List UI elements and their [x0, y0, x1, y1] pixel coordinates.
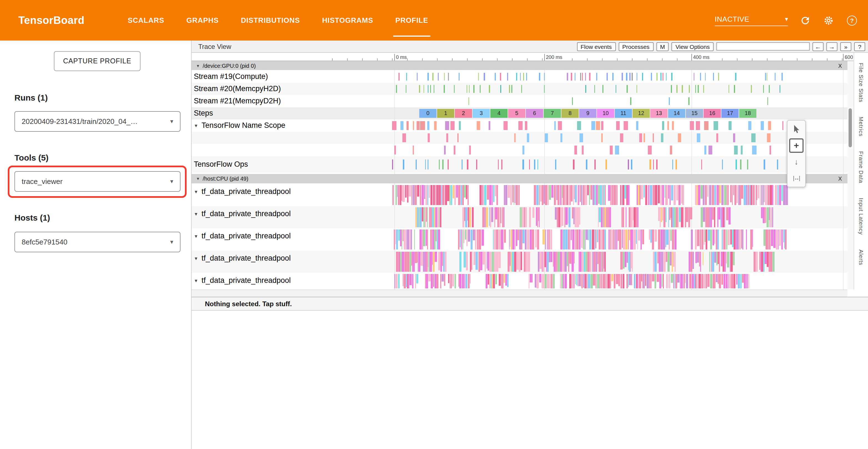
ruler-tick-200ms: 200 ms	[544, 54, 562, 61]
horizontal-scrollbar[interactable]	[192, 290, 847, 297]
select-tool-button[interactable]	[789, 122, 804, 137]
status-value: INACTIVE	[715, 15, 749, 23]
track-label: tf_data_private_threadpool	[202, 232, 291, 240]
find-previous-button[interactable]: ←	[812, 42, 824, 51]
collapse-arrow-icon[interactable]: ▼	[194, 234, 198, 239]
tab-alerts[interactable]: Alerts	[858, 249, 864, 265]
cpu-section-title: /host:CPU (pid 49)	[203, 176, 249, 182]
tab-scalars[interactable]: SCALARS	[128, 0, 164, 40]
step-block[interactable]: 11	[615, 109, 632, 118]
timing-icon: |↔|	[793, 175, 800, 181]
step-block[interactable]: 13	[650, 109, 668, 118]
step-block[interactable]: 8	[561, 109, 579, 118]
trace-viewer-panel: Trace View Flow events Processes M View …	[192, 40, 868, 449]
collapse-arrow-icon[interactable]: ▼	[196, 177, 200, 181]
hosts-label: Hosts (1)	[14, 213, 50, 222]
collapse-arrow-icon[interactable]: ▼	[194, 278, 198, 283]
trace-search-input[interactable]	[716, 42, 810, 51]
timing-tool-button[interactable]: |↔|	[789, 171, 804, 185]
runs-dropdown[interactable]: 20200409-231431/train/2020_04_… ▾	[14, 111, 181, 132]
step-block[interactable]: 16	[704, 109, 721, 118]
collapse-arrow-icon[interactable]: ▼	[194, 189, 198, 194]
gpu-section-header[interactable]: ▼ /device:GPU:0 (pid 0) X	[192, 61, 847, 70]
track-label: Stream #21(MemcpyD2H)	[194, 95, 281, 107]
step-block[interactable]: 18	[739, 109, 756, 118]
pan-tool-button[interactable]: ↓	[789, 154, 804, 169]
track-label: TensorFlow Name Scope	[202, 121, 285, 129]
profile-sidebar: CAPTURE PROFILE Runs (1) 20200409-231431…	[0, 40, 192, 449]
tab-histograms[interactable]: HISTOGRAMS	[322, 0, 373, 40]
timeline-ruler[interactable]: 0 ms 200 ms 400 ms 600	[192, 53, 868, 61]
step-block[interactable]: 17	[721, 109, 739, 118]
find-next-button[interactable]: →	[826, 42, 837, 51]
settings-button[interactable]	[823, 14, 835, 26]
help-button[interactable]: ?	[846, 14, 858, 26]
tab-distributions[interactable]: DISTRIBUTIONS	[241, 0, 300, 40]
status-dropdown[interactable]: INACTIVE ▾	[715, 15, 788, 26]
capture-profile-button[interactable]: CAPTURE PROFILE	[54, 51, 141, 71]
track-label: tf_data_private_threadpool	[202, 209, 291, 218]
refresh-icon	[800, 15, 811, 26]
step-block[interactable]: 6	[526, 109, 543, 118]
step-block[interactable]: 3	[473, 109, 490, 118]
skip-button[interactable]: »	[840, 42, 851, 51]
step-block[interactable]: 12	[632, 109, 650, 118]
track-label: tf_data_private_threadpool	[202, 254, 291, 262]
zoom-tool-button[interactable]: +	[789, 138, 804, 153]
tools-selected-value: trace_viewer	[22, 177, 62, 186]
track-label: Stream #20(MemcpyH2D)	[194, 83, 281, 95]
track-label: tf_data_private_threadpool	[202, 276, 291, 285]
gear-icon	[823, 15, 834, 26]
runs-selected-value: 20200409-231431/train/2020_04_…	[22, 117, 138, 126]
tab-profile[interactable]: PROFILE	[395, 0, 428, 40]
trace-view-toolbar: Trace View Flow events Processes M View …	[192, 40, 868, 53]
tab-graphs[interactable]: GRAPHS	[186, 0, 219, 40]
tab-metrics[interactable]: Metrics	[858, 117, 864, 137]
tools-dropdown[interactable]: trace_viewer ▾	[14, 171, 181, 192]
step-block[interactable]: 7	[544, 109, 561, 118]
step-block[interactable]: 15	[686, 109, 703, 118]
collapse-arrow-icon[interactable]: ▼	[194, 256, 198, 261]
collapse-arrow-icon[interactable]: ▼	[194, 123, 198, 128]
runs-label: Runs (1)	[14, 93, 48, 102]
step-block[interactable]: 9	[579, 109, 596, 118]
collapse-arrow-icon[interactable]: ▼	[194, 212, 198, 217]
hosts-dropdown[interactable]: 8efc5e791540 ▾	[14, 232, 181, 252]
view-options-button[interactable]: View Options	[672, 42, 714, 51]
hosts-selected-value: 8efc5e791540	[22, 238, 67, 246]
gpu-close-button[interactable]: X	[838, 62, 843, 69]
step-block[interactable]: 5	[508, 109, 525, 118]
flow-events-button[interactable]: Flow events	[577, 42, 616, 51]
selection-status-bar: Nothing selected. Tap stuff.	[192, 297, 868, 311]
scrollbar-thumb[interactable]	[848, 108, 852, 147]
tab-input-latency[interactable]: Input Latency	[858, 198, 864, 235]
vertical-scrollbar[interactable]	[847, 61, 854, 290]
step-block[interactable]: 2	[455, 109, 472, 118]
analysis-side-tabs: File Size Stats Metrics Frame Data Input…	[854, 53, 868, 290]
track-label: Stream #19(Compute)	[194, 70, 268, 83]
refresh-button[interactable]	[799, 14, 811, 26]
chevron-down-icon: ▾	[170, 118, 173, 125]
zoom-icon: +	[794, 141, 799, 151]
tab-frame-data[interactable]: Frame Data	[858, 151, 864, 183]
detail-panel-body	[192, 311, 868, 449]
step-block[interactable]: 10	[597, 109, 614, 118]
main-nav: SCALARS GRAPHS DISTRIBUTIONS HISTOGRAMS …	[128, 0, 428, 40]
trace-help-button[interactable]: ?	[854, 42, 865, 51]
trace-tool-palette: + ↓ |↔|	[787, 120, 806, 187]
processes-button[interactable]: Processes	[618, 42, 653, 51]
tab-file-size-stats[interactable]: File Size Stats	[858, 63, 864, 102]
ruler-tick-600ms: 600	[843, 54, 853, 61]
cpu-close-button[interactable]: X	[838, 176, 843, 182]
track-label: tf_data_private_threadpool	[202, 187, 291, 196]
step-block[interactable]: 14	[668, 109, 685, 118]
app-logo: TensorBoard	[18, 14, 85, 26]
cursor-icon	[793, 125, 800, 134]
step-block[interactable]: 0	[419, 109, 436, 118]
metadata-button[interactable]: M	[656, 42, 669, 51]
step-block[interactable]: 1	[437, 109, 454, 118]
step-block[interactable]: 4	[490, 109, 507, 118]
chevron-down-icon: ▾	[170, 178, 173, 185]
cpu-section-header[interactable]: ▼ /host:CPU (pid 49) X	[192, 174, 847, 183]
collapse-arrow-icon[interactable]: ▼	[196, 64, 200, 67]
